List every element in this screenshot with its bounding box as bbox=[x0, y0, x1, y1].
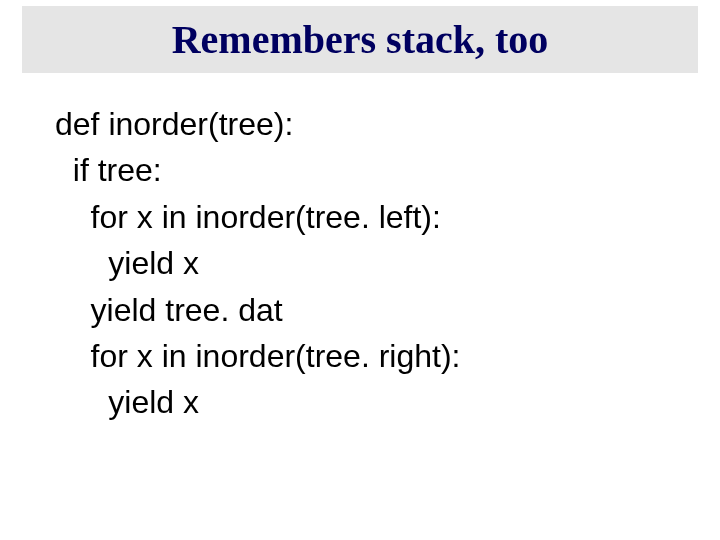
code-line-1: def inorder(tree): bbox=[55, 101, 680, 147]
code-line-7: yield x bbox=[55, 379, 680, 425]
code-line-3: for x in inorder(tree. left): bbox=[55, 194, 680, 240]
code-line-2: if tree: bbox=[55, 147, 680, 193]
code-line-4: yield x bbox=[55, 240, 680, 286]
slide: Remembers stack, too def inorder(tree): … bbox=[0, 6, 720, 540]
title-bar: Remembers stack, too bbox=[22, 6, 698, 73]
slide-title: Remembers stack, too bbox=[22, 16, 698, 63]
code-block: def inorder(tree): if tree: for x in ino… bbox=[55, 101, 680, 426]
code-line-6: for x in inorder(tree. right): bbox=[55, 333, 680, 379]
code-line-5: yield tree. dat bbox=[55, 287, 680, 333]
